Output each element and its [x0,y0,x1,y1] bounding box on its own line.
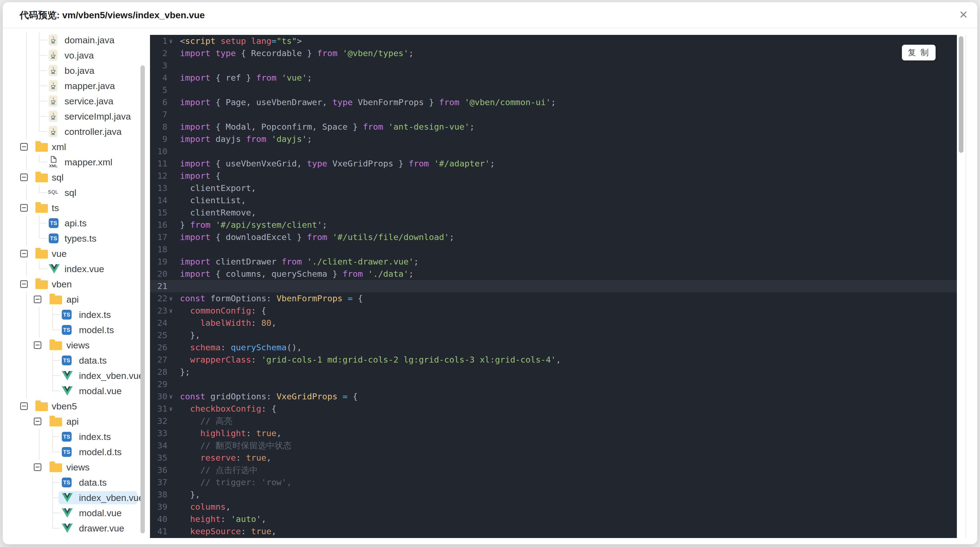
tree-item-index_vben.vue[interactable]: index_vben.vue [3,490,150,506]
tree-item-vue[interactable]: vue [3,246,150,261]
tree-item-index_vben.vue[interactable]: index_vben.vue [3,368,150,383]
tree-item-views[interactable]: views [3,459,150,475]
code-line[interactable]: 41 keepSource: true, [150,525,957,537]
code-line[interactable]: 30∨const gridOptions: VxeGridProps = { [150,391,957,403]
code-line[interactable]: 9import dayjs from 'dayjs'; [150,133,957,145]
code-line[interactable]: 23∨ commonConfig: { [150,305,957,317]
code-line[interactable]: 38 }, [150,488,957,501]
code-line[interactable]: 15 clientRemove, [150,206,957,219]
tree-item-index.ts[interactable]: TSindex.ts [3,307,150,322]
close-icon[interactable]: ✕ [959,9,968,20]
tree-item-bo.java[interactable]: bo.java [3,63,150,78]
tree-item-drawer.vue[interactable]: drawer.vue [3,521,150,536]
tree-item-vben5[interactable]: vben5 [3,399,150,414]
code-line[interactable]: 28}; [150,366,957,378]
tree-item-model.ts[interactable]: TSmodel.ts [3,322,150,338]
tree-item-controller.java[interactable]: controller.java [3,124,150,139]
tree-item-index.vue[interactable]: index.vue [3,261,150,276]
code-line[interactable]: 21 [150,280,957,292]
fold-arrow-icon[interactable]: ∨ [167,403,180,415]
code-line[interactable]: 13 clientExport, [150,182,957,194]
code-line[interactable]: 16} from '#/api/system/client'; [150,219,957,231]
code-line[interactable]: 17import { downloadExcel } from '#/utils… [150,231,957,243]
tree-item-data.ts[interactable]: TSdata.ts [3,353,150,368]
code-line[interactable]: 7 [150,108,957,121]
collapse-toggle-icon[interactable] [20,143,28,151]
tree-item-mapper.xml[interactable]: XMLmapper.xml [3,155,150,170]
tree-scrollbar-thumb[interactable] [140,65,145,533]
code-line[interactable]: 10 [150,145,957,158]
code-line[interactable]: 22∨const formOptions: VbenFormProps = { [150,292,957,305]
tree-item-modal.vue[interactable]: modal.vue [3,383,150,399]
tree-guide-line [39,192,47,193]
tree-item-ts[interactable]: ts [3,200,150,215]
code-line[interactable]: 4import { ref } from 'vue'; [150,72,957,84]
fold-arrow-icon[interactable]: ∨ [167,292,180,305]
code-line[interactable]: 18 [150,243,957,255]
tree-item-modal.vue[interactable]: modal.vue [3,506,150,521]
code-line[interactable]: 11import { useVbenVxeGrid, type VxeGridP… [150,158,957,170]
tree-guide-line [39,238,47,239]
collapse-toggle-icon[interactable] [20,250,28,257]
code-line[interactable]: 5 [150,84,957,96]
code-line[interactable]: 35 reserve: true, [150,452,957,464]
tree-item-sql[interactable]: SQLsql [3,185,150,200]
code-line[interactable]: 33 highlight: true, [150,427,957,439]
tree-item-data.ts[interactable]: TSdata.ts [3,475,150,490]
fold-arrow-icon[interactable]: ∨ [167,35,180,47]
tree-scrollbar[interactable] [140,65,145,533]
tree-item-xml[interactable]: xml [3,139,150,155]
code-line[interactable]: 12import { [150,170,957,182]
tree-item-vo.java[interactable]: vo.java [3,48,150,63]
code-line[interactable]: 40 height: 'auto', [150,513,957,525]
code-line[interactable]: 25 }, [150,329,957,341]
fold-spacer [167,231,180,243]
code-line[interactable]: 8import { Modal, Popconfirm, Space } fro… [150,121,957,133]
code-line[interactable]: 26 schema: querySchema(), [150,341,957,354]
collapse-toggle-icon[interactable] [20,204,28,212]
tree-item-domain.java[interactable]: domain.java [3,32,150,48]
editor-scrollbar[interactable] [959,36,963,153]
tree-item-mapper.java[interactable]: mapper.java [3,78,150,93]
code-line[interactable]: 3 [150,59,957,72]
code-line[interactable]: 24 labelWidth: 80, [150,317,957,329]
code-line[interactable]: 32 // 高亮 [150,415,957,427]
fold-arrow-icon[interactable]: ∨ [167,305,180,317]
collapse-toggle-icon[interactable] [20,402,28,410]
code-line[interactable]: 27 wrapperClass: 'grid-cols-1 md:grid-co… [150,354,957,366]
tree-item-model.d.ts[interactable]: TSmodel.d.ts [3,444,150,459]
tree-item-vben[interactable]: vben [3,276,150,292]
collapse-toggle-icon[interactable] [34,295,41,303]
code-line[interactable]: 20import { columns, querySchema } from '… [150,268,957,280]
code-line[interactable]: 14 clientList, [150,194,957,206]
tree-item-api[interactable]: api [3,292,150,307]
tree-item-views[interactable]: views [3,338,150,353]
code-editor[interactable]: 1∨<script setup lang="ts">2import type {… [150,35,957,538]
fold-arrow-icon[interactable]: ∨ [167,391,180,403]
tree-item-serviceImpl.java[interactable]: serviceImpl.java [3,109,150,124]
sql-file-icon: SQL [48,189,59,195]
code-line[interactable]: 34 // 翻页时保留选中状态 [150,439,957,452]
copy-button[interactable]: 复 制 [902,45,935,61]
tree-item-api[interactable]: api [3,414,150,429]
code-line[interactable]: 29 [150,378,957,391]
tree-item-api.ts[interactable]: TSapi.ts [3,215,150,231]
code-line[interactable]: 36 // 点击行选中 [150,464,957,476]
tree-item-index.ts[interactable]: TSindex.ts [3,429,150,444]
collapse-toggle-icon[interactable] [34,463,41,471]
code-line[interactable]: 2import type { Recordable } from '@vben/… [150,47,957,59]
collapse-toggle-icon[interactable] [20,280,28,288]
tree-item-types.ts[interactable]: TStypes.ts [3,231,150,246]
tree-item-sql[interactable]: sql [3,170,150,185]
code-line[interactable]: 6import { Page, useVbenDrawer, type Vben… [150,96,957,108]
editor-scrollbar-thumb[interactable] [959,36,963,153]
code-line[interactable]: 1∨<script setup lang="ts"> [150,35,957,47]
collapse-toggle-icon[interactable] [20,174,28,181]
code-line[interactable]: 31∨ checkboxConfig: { [150,403,957,415]
code-line[interactable]: 19import clientDrawer from './client-dra… [150,255,957,268]
code-line[interactable]: 37 // trigger: 'row', [150,476,957,488]
tree-item-service.java[interactable]: service.java [3,93,150,109]
code-line[interactable]: 39 columns, [150,501,957,513]
collapse-toggle-icon[interactable] [34,418,41,425]
collapse-toggle-icon[interactable] [34,341,41,349]
